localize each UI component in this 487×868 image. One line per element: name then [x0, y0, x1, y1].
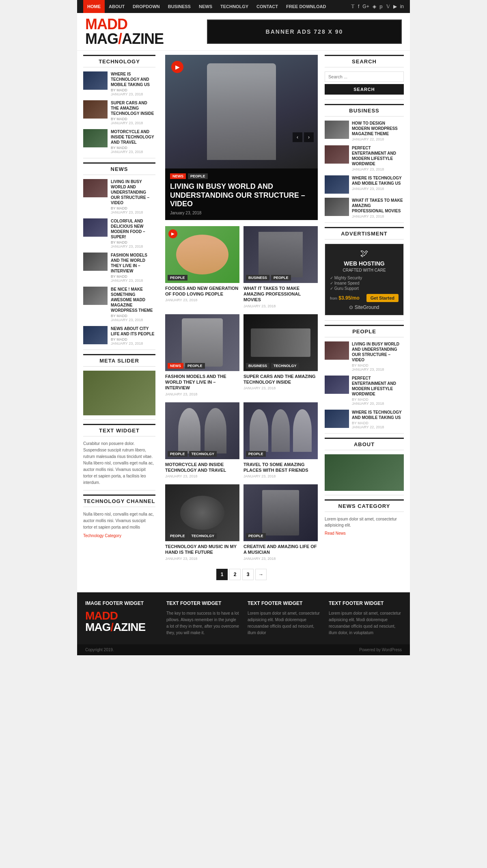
tag-business-4[interactable]: BUSINESS — [246, 363, 269, 369]
tech-item-2-title: SUPER CARS AND THE AMAZING TECHNOLOGY IN… — [111, 100, 155, 116]
tag-people-7[interactable]: PEOPLE — [168, 533, 187, 539]
ad-title: WEB HOSTING — [330, 260, 399, 267]
business-title-4: WHAT IT TAKES TO MAKE AMAZING PROFESSION… — [352, 198, 404, 214]
grid-post-2[interactable]: BUSINESS PEOPLE WHAT IT TAKES TO MAKE AM… — [244, 226, 318, 308]
featured-prev-button[interactable]: ‹ — [293, 132, 302, 142]
tech-channel-link[interactable]: Technology Category — [83, 533, 121, 538]
grid-date-2: JANUARY 23, 2018 — [244, 304, 318, 308]
news-cat-link[interactable]: Read News — [325, 531, 346, 535]
grid-post-5[interactable]: PEOPLE TECHNOLGY MOTORCYCLE AND INSIDE T… — [165, 402, 239, 479]
tag-people-8[interactable]: PEOPLE — [246, 533, 266, 539]
powered-by-text: Powered by WordPress — [359, 648, 402, 652]
google-plus-icon[interactable]: G+ — [362, 4, 369, 9]
technology-section-header: TECHNOLOGY — [83, 55, 155, 67]
footer-col3-text: Lorem ipsum dolor sit amet, consectetur … — [248, 610, 321, 636]
people-item-3[interactable]: WHERE IS TECHNOLOGY AND MOBILE TAKING US… — [325, 410, 404, 429]
nav-home[interactable]: HOME — [83, 0, 105, 13]
tech-item-3[interactable]: MOTORCYCLE AND INSIDE TECHNOLOGY AND TRA… — [83, 129, 155, 154]
people-meta-2: BY MADDJANUARY 20, 2018 — [352, 397, 404, 406]
featured-tag-news[interactable]: NEWS — [170, 173, 186, 179]
people-item-2[interactable]: PERFECT ENTERTAINMENT AND MODERN LIFESTY… — [325, 376, 404, 406]
tag-business-2[interactable]: BUSINESS — [246, 275, 269, 281]
page-next-button[interactable]: → — [255, 569, 267, 580]
grid-post-6[interactable]: PEOPLE TRAVEL TO SOME AMAZING PLACES WIT… — [244, 402, 318, 479]
grid-post-7[interactable]: PEOPLE TECHNOLGY TECHNOLOGY AND MUSIC IN… — [165, 484, 239, 561]
page-2-button[interactable]: 2 — [229, 569, 241, 580]
ad-cta-button[interactable]: Get Started — [366, 294, 399, 302]
business-item-1[interactable]: HOW TO DESIGN MODERN WORDPRESS MAGAZINE … — [325, 121, 404, 141]
tag-people-3[interactable]: PEOPLE — [185, 363, 205, 369]
youtube-icon[interactable]: ▶ — [393, 4, 397, 9]
people-thumb-2 — [325, 376, 349, 394]
footer-logo-bottom: MAG/AZINE — [85, 622, 158, 633]
news-item-4[interactable]: BE NICE ! MAKE SOMETHING AWESOME MADD MA… — [83, 287, 155, 322]
search-input[interactable] — [325, 71, 404, 82]
grid-img-7: PEOPLE TECHNOLGY — [165, 484, 239, 541]
footer-col1-title: IMAGE FOOTER WIDGET — [85, 600, 158, 606]
tag-people-5[interactable]: PEOPLE — [168, 451, 187, 457]
nav-business[interactable]: BUSINESS — [164, 0, 195, 13]
news-item-1-title: LIVING IN BUSY WORLD AND UNDERSTANDING O… — [111, 179, 155, 205]
featured-next-button[interactable]: › — [304, 132, 314, 142]
tag-tech-7[interactable]: TECHNOLGY — [189, 533, 217, 539]
grid-title-8: CREATIVE AND AMAZING LIFE OF A MUSICIAN — [244, 544, 318, 555]
news-item-1[interactable]: LIVING IN BUSY WORLD AND UNDERSTANDING O… — [83, 179, 155, 214]
people-item-1[interactable]: LIVING IN BUSY WORLD AND UNDERSTANDING O… — [325, 341, 404, 371]
page-1-button[interactable]: 1 — [216, 569, 228, 580]
page-3-button[interactable]: 3 — [242, 569, 254, 580]
facebook-icon[interactable]: f — [358, 4, 359, 9]
tag-people-6[interactable]: PEOPLE — [246, 451, 266, 457]
grid-post-8[interactable]: PEOPLE CREATIVE AND AMAZING LIFE OF A MU… — [244, 484, 318, 561]
play-icon[interactable]: ▶ — [171, 61, 183, 73]
linkedin-icon[interactable]: in — [400, 4, 404, 9]
featured-navigation: ‹ › — [293, 132, 314, 142]
nav-technology[interactable]: TECHNOLGY — [216, 0, 252, 13]
nav-free-download[interactable]: FREE DOWNLOAD — [282, 0, 330, 13]
people-title-1: LIVING IN BUSY WORLD AND UNDERSTANDING O… — [352, 341, 404, 363]
tag-people-2[interactable]: PEOPLE — [271, 275, 291, 281]
business-item-3[interactable]: WHERE IS TECHNOLOGY AND MOBILE TAKING US… — [325, 175, 404, 194]
tag-tech-5[interactable]: TECHNOLGY — [189, 451, 217, 457]
about-section-header: ABOUT — [325, 438, 404, 450]
business-thumb-1 — [325, 121, 349, 139]
vimeo-icon[interactable]: 𝕍 — [386, 4, 390, 9]
news-section-header: NEWS — [83, 162, 155, 175]
footer-logo[interactable]: MADD MAG/AZINE — [85, 610, 158, 633]
nav-dropdown[interactable]: DROPDOWN — [129, 0, 164, 13]
tech-item-2[interactable]: SUPER CARS AND THE AMAZING TECHNOLOGY IN… — [83, 100, 155, 125]
nav-about[interactable]: ABOUT — [105, 0, 129, 13]
footer-col4-title: TEXT FOOTER WIDGET — [329, 600, 402, 606]
news-item-5[interactable]: NEWS ABOUT CITY LIFE AND ITS PEOPLE BY M… — [83, 326, 155, 345]
featured-image — [165, 55, 318, 168]
news-item-3[interactable]: FASHION MODELS AND THE WORLD THEY LIVE I… — [83, 253, 155, 283]
grid-tags-7: PEOPLE TECHNOLGY — [168, 533, 217, 539]
tech-item-1[interactable]: WHERE IS TECHNOLOGY AND MOBILE TAKING US… — [83, 71, 155, 96]
tag-tech-4[interactable]: TECHNOLGY — [271, 363, 299, 369]
business-thumb-4 — [325, 198, 349, 216]
twitter-icon[interactable]: 𝕋 — [351, 4, 355, 9]
tag-people-1[interactable]: PEOPLE — [168, 275, 187, 281]
grid-post-3[interactable]: NEWS PEOPLE FASHION MODELS AND THE WORLD… — [165, 314, 239, 396]
play-icon-1[interactable]: ▶ — [168, 229, 177, 238]
nav-contact[interactable]: CONTACT — [252, 0, 282, 13]
nav-news[interactable]: NEWS — [195, 0, 216, 13]
tag-news-3[interactable]: NEWS — [168, 363, 183, 369]
featured-tag-people[interactable]: PEOPLE — [188, 173, 208, 179]
featured-post[interactable]: ▶ ‹ › NEWS PEOPLE LIVING IN BUSY WORLD A… — [165, 55, 318, 220]
business-item-4[interactable]: WHAT IT TAKES TO MAKE AMAZING PROFESSION… — [325, 198, 404, 218]
advertisement-widget[interactable]: 🕊 WEB HOSTING CRAFTED WITH CARE ✓ Mighty… — [325, 244, 404, 315]
banner-advertisement[interactable]: BANNER ADS 728 X 90 — [207, 19, 402, 44]
business-item-2[interactable]: PERFECT ENTERTAINMENT AND MODERN LIFESTY… — [325, 145, 404, 171]
people-title-3: WHERE IS TECHNOLOGY AND MOBILE TAKING US — [352, 410, 404, 420]
site-logo[interactable]: MADD MAG/AZINE — [85, 17, 164, 46]
pinterest-icon[interactable]: 𝕡 — [379, 4, 383, 9]
business-title-1: HOW TO DESIGN MODERN WORDPRESS MAGAZINE … — [352, 121, 404, 136]
news-item-2[interactable]: COLORFUL AND DELICIOUS NEW MODERN FOOD –… — [83, 218, 155, 248]
ad-price: $3.95/mo — [338, 295, 359, 301]
search-button[interactable]: SEARCH — [325, 84, 404, 95]
search-box: SEARCH — [325, 71, 404, 95]
grid-tags-4: BUSINESS TECHNOLGY — [246, 363, 299, 369]
instagram-icon[interactable]: ◈ — [373, 4, 376, 9]
grid-post-1[interactable]: ▶ PEOPLE FOODIES AND NEW GENERATION OF F… — [165, 226, 239, 308]
grid-post-4[interactable]: BUSINESS TECHNOLGY SUPER CARS AND THE AM… — [244, 314, 318, 396]
